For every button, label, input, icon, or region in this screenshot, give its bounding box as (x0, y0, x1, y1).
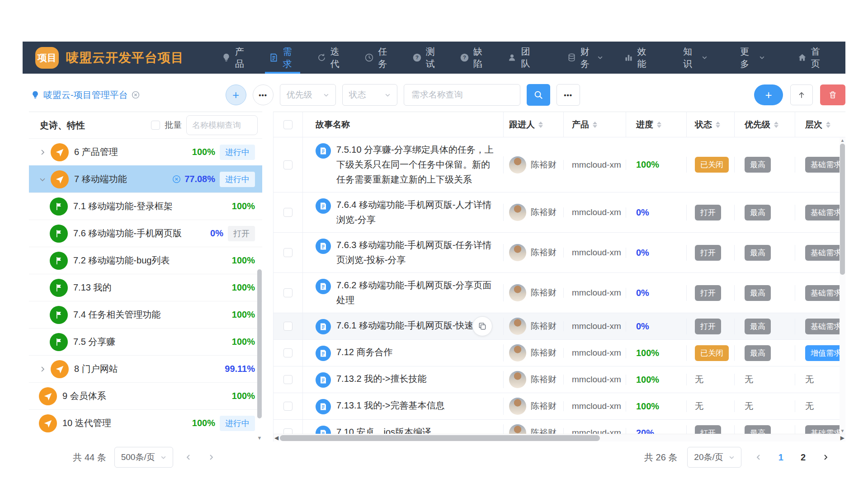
header-cell-product[interactable]: 产品 (563, 112, 626, 137)
sort-icon[interactable] (774, 122, 778, 128)
row-checkbox[interactable] (283, 248, 292, 257)
close-circle-icon[interactable] (172, 175, 181, 183)
batch-checkbox[interactable] (151, 121, 160, 130)
scrollbar-thumb[interactable] (280, 435, 600, 441)
story-search-input[interactable] (404, 84, 520, 106)
header-cell-priority[interactable]: 优先级 (734, 112, 795, 137)
add-button[interactable]: + (754, 84, 783, 105)
nav-item-defect[interactable]: ?缺陷 (451, 42, 495, 74)
caret-right-icon[interactable] (39, 149, 51, 156)
tree-search-input[interactable] (186, 115, 258, 135)
chevron-down-icon (729, 455, 735, 460)
caret-right-icon[interactable] (39, 366, 51, 373)
tree-item[interactable]: 7.1 移动端功能-登录框架100% (29, 192, 262, 220)
table-row[interactable]: 7.5.10 分享赚-分享绑定具体的任务，上下级关系只在同一个任务中保留。新的任… (274, 137, 845, 192)
table-horizontal-scrollbar[interactable]: ◀ ▶ (274, 434, 845, 441)
delete-button[interactable] (820, 84, 845, 105)
cell-product: mmcloud-xm (563, 348, 626, 358)
more-filters-button[interactable]: ••• (557, 84, 580, 106)
caret-down-icon[interactable] (39, 176, 51, 183)
priority-filter-select[interactable]: 优先级 (280, 84, 336, 106)
tree-item[interactable]: 6 产品管理100%进行中 (29, 138, 262, 165)
sort-icon[interactable] (657, 122, 661, 128)
nav-item-requirement[interactable]: 需求 (260, 42, 304, 74)
header-cell-level[interactable]: 层次 (795, 112, 845, 137)
sort-icon[interactable] (538, 122, 543, 128)
search-button[interactable] (527, 84, 550, 106)
row-checkbox[interactable] (283, 348, 292, 357)
tree-item[interactable]: 10 迭代管理100%进行中 (29, 409, 262, 436)
select-all-checkbox[interactable] (283, 120, 292, 129)
sort-icon[interactable] (826, 122, 830, 128)
cell-product: mmcloud-xm (563, 321, 626, 331)
sort-icon[interactable] (716, 122, 720, 128)
value-none: 无 (805, 374, 814, 385)
tree-scrollbar[interactable]: ▼ (257, 138, 262, 441)
table-row[interactable]: 7.6.4 移动端功能-手机网页版-人才详情浏览-分享陈裕财mmcloud-xm… (274, 192, 845, 233)
tree-item[interactable]: 7.2 移动端功能-bug列表100% (29, 247, 262, 274)
owner-name: 陈裕财 (531, 159, 557, 171)
scrollbar-thumb[interactable] (840, 144, 845, 275)
owner-name: 陈裕财 (531, 287, 557, 299)
nav-item-home[interactable]: 首页 (789, 42, 833, 74)
tree-item[interactable]: 7.4 任务相关管理功能100% (29, 301, 262, 328)
table-row[interactable]: 7.6.1 移动端功能-手机网页版-快速登录陈裕财mmcloud-xm0%打开最… (274, 313, 845, 340)
owner-name: 陈裕财 (531, 347, 557, 359)
scroll-down-icon[interactable]: ▼ (257, 435, 262, 441)
progress-percent: 100% (232, 282, 255, 293)
table-row[interactable]: 7.13.1 我的->完善基本信息陈裕财mmcloud-xm100%无无无 (274, 393, 845, 420)
scroll-right-icon[interactable]: ▶ (840, 435, 844, 441)
next-page-button[interactable] (204, 454, 218, 461)
header-cell-progress[interactable]: 进度 (626, 112, 686, 137)
next-page-button[interactable] (818, 454, 833, 461)
header-cell-owner[interactable]: 跟进人 (503, 112, 563, 137)
page-number[interactable]: 2 (798, 452, 808, 463)
page-number[interactable]: 1 (776, 452, 786, 463)
tree-item[interactable]: 7.13 我的100% (29, 274, 262, 301)
sort-icon[interactable] (593, 122, 597, 128)
row-checkbox[interactable] (283, 288, 292, 297)
row-checkbox[interactable] (283, 160, 292, 169)
breadcrumb-label[interactable]: 唛盟云-项目管理平台 (43, 89, 128, 101)
tree-item[interactable]: 7.6 移动端功能-手机网页版0%打开 (29, 220, 262, 247)
row-checkbox[interactable] (283, 375, 292, 384)
close-icon[interactable] (132, 91, 140, 99)
prev-page-button[interactable] (181, 454, 196, 461)
scrollbar-thumb[interactable] (257, 269, 262, 418)
status-filter-select[interactable]: 状态 (342, 84, 397, 106)
scroll-down-icon[interactable]: ▼ (840, 428, 845, 433)
upload-button[interactable] (790, 84, 813, 105)
more-actions-circle-button[interactable]: ••• (253, 84, 274, 105)
row-checkbox[interactable] (283, 402, 292, 411)
nav-item-more[interactable]: 更多 (731, 42, 773, 74)
copy-button[interactable] (472, 316, 492, 336)
tree-item[interactable]: 7 移动端功能77.08%进行中 (29, 165, 262, 192)
header-cell-status[interactable]: 状态 (686, 112, 734, 137)
tree-item[interactable]: 9 会员体系100% (29, 382, 262, 409)
scroll-up-icon[interactable]: ▲ (840, 138, 845, 143)
add-story-circle-button[interactable]: + (226, 84, 246, 105)
table-vertical-scrollbar[interactable]: ▲ ▼ (840, 137, 845, 434)
scroll-left-icon[interactable]: ◀ (274, 435, 278, 441)
table-row[interactable]: 7.6.3 移动端功能-手机网页版-任务详情页浏览-投标-分享陈裕财mmclou… (274, 233, 845, 273)
nav-item-knowledge[interactable]: 知识 (675, 42, 716, 74)
nav-item-task[interactable]: 任务 (356, 42, 400, 74)
tree-item[interactable]: 8 门户网站99.11% (29, 355, 262, 382)
nav-item-iteration[interactable]: 迭代 (308, 42, 352, 74)
table-page-size-select[interactable]: 20条/页 (687, 447, 741, 468)
row-checkbox[interactable] (283, 208, 292, 217)
row-checkbox[interactable] (283, 322, 292, 331)
nav-item-team[interactable]: 团队 (499, 42, 542, 74)
table-row[interactable]: 7.13.2 我的->擅长技能陈裕财mmcloud-xm100%无无无 (274, 366, 845, 393)
nav-item-performance[interactable]: 效能 (615, 42, 659, 74)
tree-item[interactable]: 7.5 分享赚100% (29, 328, 262, 355)
nav-item-finance[interactable]: 财务 (558, 42, 612, 74)
table-row[interactable]: 7.6.2 移动端功能-手机网页版-分享页面处理陈裕财mmcloud-xm0%打… (274, 273, 845, 313)
nav-item-product[interactable]: 产品 (213, 42, 257, 74)
prev-page-button[interactable] (751, 454, 766, 461)
cell-progress: 100% (626, 348, 686, 358)
owner-name: 陈裕财 (531, 206, 557, 218)
table-row[interactable]: 7.12 商务合作陈裕财mmcloud-xm100%已关闭最高增值需求 (274, 340, 845, 366)
tree-page-size-select[interactable]: 500条/页 (114, 447, 173, 468)
nav-item-test[interactable]: ?测试 (404, 42, 448, 74)
